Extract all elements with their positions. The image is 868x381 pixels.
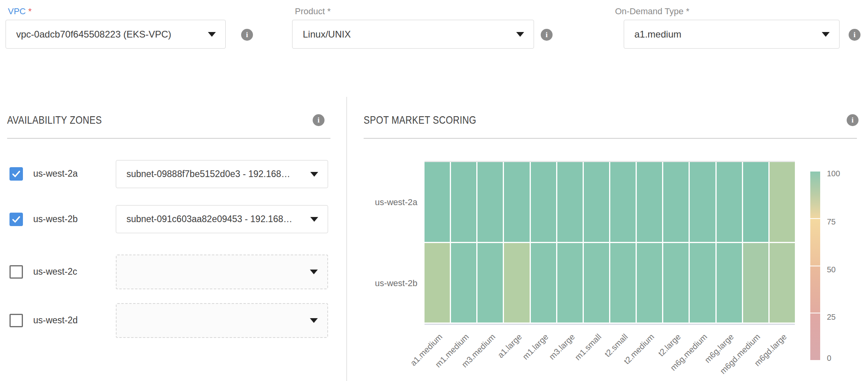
spot-market-scoring-info-icon[interactable]: i	[847, 114, 859, 126]
heatmap-cell	[451, 162, 476, 242]
heatmap-cell	[770, 162, 795, 242]
product-select-value: Linux/UNIX	[292, 29, 516, 40]
heatmap-col-label: a1.medium	[390, 332, 444, 381]
az-checkbox-us-west-2c[interactable]	[9, 265, 23, 279]
heatmap-cell	[663, 243, 689, 323]
colorbar-tick-label: 50	[827, 265, 836, 274]
on-demand-type-label: On-Demand Type *	[615, 6, 689, 17]
heatmap-colorbar	[810, 172, 820, 360]
heatmap-cell	[531, 162, 556, 242]
heatmap-cell	[610, 243, 636, 323]
heatmap-col-label: m3.large	[523, 332, 577, 381]
chevron-down-icon	[310, 318, 318, 323]
heatmap-cell	[743, 243, 768, 323]
heatmap-bottom-border	[425, 324, 795, 325]
colorbar-segment	[810, 313, 820, 360]
heatmap-col-label: t2.medium	[602, 332, 656, 381]
heatmap-cell	[717, 162, 742, 242]
chevron-down-icon	[208, 32, 216, 37]
heatmap-row-label: us-west-2a	[350, 197, 417, 207]
heatmap-row-label: us-west-2b	[350, 278, 417, 289]
heatmap-cell	[425, 243, 450, 323]
colorbar-tick-label: 75	[827, 217, 836, 226]
heatmap-cell	[637, 243, 662, 323]
heatmap-col-label: t2.small	[576, 332, 630, 381]
colorbar-tick-label: 100	[827, 169, 840, 178]
heatmap-col-label: m1.small	[549, 332, 603, 381]
heatmap-cell	[770, 243, 795, 323]
availability-zones-title: AVAILABILITY ZONES	[7, 114, 123, 126]
product-label: Product *	[295, 6, 331, 17]
heatmap-cell	[477, 243, 503, 323]
on-demand-type-select[interactable]: a1.medium	[624, 20, 840, 49]
az-zone-label: us-west-2a	[33, 168, 77, 179]
az-zone-label: us-west-2c	[33, 266, 77, 277]
chevron-down-icon	[822, 32, 830, 37]
chevron-down-icon	[310, 217, 318, 222]
chevron-down-icon	[310, 172, 318, 177]
availability-zones-divider	[7, 138, 330, 139]
on-demand-type-label-text: On-Demand Type	[615, 6, 683, 16]
heatmap-cell	[690, 162, 715, 242]
heatmap-cell	[584, 162, 609, 242]
az-subnet-value: subnet-09888f7be5152d0e3 - 192.168…	[116, 169, 310, 179]
product-required-asterisk: *	[327, 6, 331, 16]
product-info-icon[interactable]: i	[541, 29, 553, 41]
vpc-label-text: VPC	[8, 6, 26, 16]
heatmap-col-label: m1.medium	[417, 332, 471, 381]
product-label-text: Product	[295, 6, 325, 16]
heatmap-cell	[557, 243, 583, 323]
heatmap-cell	[425, 162, 450, 242]
check-icon	[11, 169, 21, 179]
availability-zones-info-icon[interactable]: i	[313, 114, 325, 126]
heatmap-cell	[663, 162, 689, 242]
colorbar-tick-label: 25	[827, 313, 836, 322]
az-checkbox-us-west-2a[interactable]	[9, 167, 23, 181]
heatmap-cell	[477, 162, 503, 242]
az-subnet-value: subnet-091c603aa82e09453 - 192.168…	[116, 214, 310, 224]
vpc-select[interactable]: vpc-0adcb70f645508223 (EKS-VPC)	[6, 20, 226, 49]
heatmap-col-label: m6g.large	[681, 332, 735, 381]
az-checkbox-us-west-2d[interactable]	[9, 314, 23, 327]
on-demand-type-info-icon[interactable]: i	[849, 29, 860, 41]
heatmap-col-label: m6g.medium	[655, 332, 709, 381]
vpc-label: VPC *	[8, 6, 32, 17]
az-zone-label: us-west-2d	[33, 315, 77, 326]
heatmap-cell	[690, 243, 715, 323]
colorbar-segment	[810, 172, 820, 218]
heatmap-cell	[743, 162, 768, 242]
on-demand-type-required-asterisk: *	[686, 6, 689, 16]
az-subnet-select-us-west-2c[interactable]	[116, 255, 328, 289]
vpc-info-icon[interactable]: i	[241, 29, 253, 41]
chevron-down-icon	[310, 270, 318, 274]
product-select[interactable]: Linux/UNIX	[292, 20, 534, 49]
heatmap-grid	[425, 162, 795, 323]
check-icon	[11, 214, 21, 224]
heatmap-cell	[557, 162, 583, 242]
heatmap-col-label: a1.large	[470, 332, 524, 381]
az-zone-label: us-west-2b	[33, 214, 77, 224]
az-subnet-select-us-west-2a[interactable]: subnet-09888f7be5152d0e3 - 192.168…	[116, 160, 328, 188]
vpc-select-value: vpc-0adcb70f645508223 (EKS-VPC)	[6, 29, 208, 40]
az-checkbox-us-west-2b[interactable]	[9, 213, 23, 226]
colorbar-segment	[810, 266, 820, 313]
az-subnet-select-us-west-2d[interactable]	[116, 303, 328, 338]
chevron-down-icon	[516, 32, 524, 37]
heatmap-cell	[637, 162, 662, 242]
az-subnet-select-us-west-2b[interactable]: subnet-091c603aa82e09453 - 192.168…	[116, 205, 328, 233]
heatmap-cell	[717, 243, 742, 323]
heatmap-col-label: m3.medium	[443, 332, 497, 381]
section-vertical-divider	[346, 97, 347, 381]
vpc-required-asterisk: *	[28, 6, 32, 16]
colorbar-segment	[810, 219, 820, 266]
heatmap-cell	[504, 162, 529, 242]
heatmap-cell	[451, 243, 476, 323]
spot-market-scoring-title: SPOT MARKET SCORING	[364, 114, 501, 126]
heatmap-col-label: m1.large	[496, 332, 550, 381]
heatmap-cell	[504, 243, 529, 323]
colorbar-tick-label: 0	[827, 354, 831, 363]
heatmap-col-label: t2.large	[628, 332, 683, 381]
heatmap-cell	[531, 243, 556, 323]
heatmap-col-label: m6gd.medium	[708, 332, 762, 381]
heatmap-cell	[584, 243, 609, 323]
